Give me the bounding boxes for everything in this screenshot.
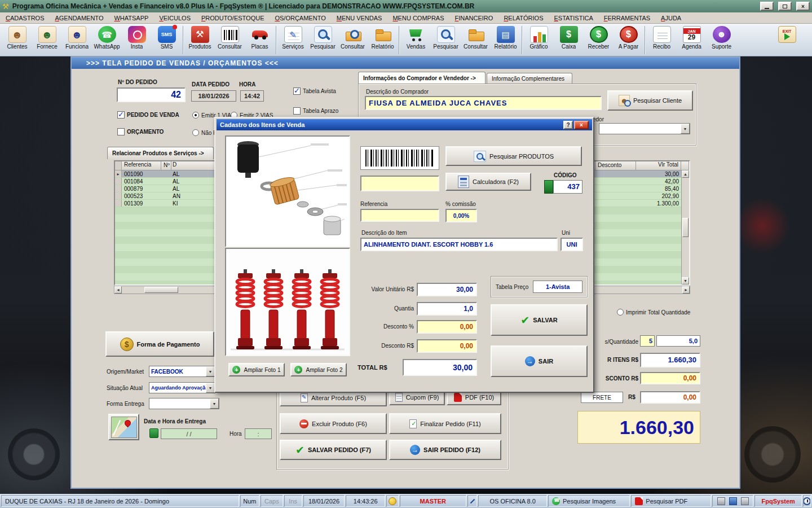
comprador-input[interactable]: FIUSA DE ALMEIDA JUCA CHAVES: [365, 96, 602, 110]
restore-button[interactable]: [778, 2, 792, 11]
toolbar-servicos[interactable]: ✎Serviços: [278, 25, 308, 50]
finalizar-pedido-button[interactable]: Finalizar Pedido (F11): [389, 413, 501, 434]
frete-field[interactable]: 0,00: [640, 391, 700, 404]
toolbar-funcionario[interactable]: ☻Funciona: [62, 25, 92, 50]
toolbar-instagram[interactable]: Insta: [122, 25, 152, 50]
tab-complementares[interactable]: Informação Complementares: [487, 73, 572, 84]
scrollbar-thumb[interactable]: [682, 218, 689, 237]
scroll-right-icon[interactable]: ►: [682, 286, 690, 294]
toolbar-consultar-barcode[interactable]: Consultar: [215, 25, 245, 50]
toolbar-clientes[interactable]: ☻Clientes: [2, 25, 32, 50]
col-vlr-total[interactable]: Vlr Total: [636, 161, 681, 170]
toolbar-consultar-servico[interactable]: Consultar: [338, 25, 368, 50]
toolbar-sms[interactable]: SMSSMS: [152, 25, 182, 50]
excluir-produto-button[interactable]: Excluir Produto (F6): [280, 413, 387, 434]
uni-field[interactable]: UNI: [561, 238, 583, 251]
col-numero[interactable]: Nº: [161, 161, 171, 170]
menu-ajuda[interactable]: AJUDA: [661, 15, 681, 21]
pesquisar-produtos-button[interactable]: Pesquisar PRODUTOS: [445, 146, 582, 166]
checkbox-orcamento[interactable]: ORÇAMENTO: [117, 128, 164, 135]
close-button[interactable]: ×: [796, 2, 810, 11]
scroll-left-icon[interactable]: ◄: [114, 286, 122, 294]
quantidade-field[interactable]: 5: [640, 335, 655, 347]
toolbar-vendas[interactable]: Vendas: [401, 25, 431, 50]
ampliar-foto1-button[interactable]: +Ampliar Foto 1: [228, 363, 285, 376]
numero-pedido-field[interactable]: 42: [117, 87, 186, 102]
referencia-input[interactable]: [360, 209, 439, 222]
chevron-down-icon[interactable]: ▼: [210, 398, 219, 409]
origem-combo[interactable]: FACEBOOK▼: [149, 366, 215, 377]
toolbar-sair[interactable]: EXIT: [772, 25, 802, 43]
menu-financeiro[interactable]: FINANCEIRO: [455, 15, 493, 21]
toolbar-grafico[interactable]: Gráfico: [524, 25, 554, 50]
checkbox-tabela-avista[interactable]: Tabela Avista: [293, 87, 336, 95]
chevron-down-icon[interactable]: ▼: [206, 383, 215, 393]
tab-comprador-vendedor[interactable]: Informações do Comprador e Vendedor ->: [358, 72, 486, 84]
toolbar-produtos[interactable]: ⚒Produtos: [185, 25, 215, 50]
menu-relatorios[interactable]: RELATÓRIOS: [504, 15, 543, 21]
toolbar-fornecedor[interactable]: ☻Fornece: [32, 25, 62, 50]
desconto-pct-field[interactable]: 0,00: [417, 320, 477, 334]
computer-icon[interactable]: [729, 497, 737, 505]
itens-total-field[interactable]: 1.660,30: [640, 353, 700, 367]
help-button[interactable]: ?: [563, 121, 573, 129]
valor-unitario-field[interactable]: 30,00: [417, 283, 477, 296]
situacao-combo[interactable]: Aguardando Aprovação▼: [149, 382, 215, 393]
data-pedido-field[interactable]: 18/01/2026: [191, 90, 236, 102]
menu-veiculos[interactable]: VEICULOS: [159, 15, 191, 21]
vendedor-combo[interactable]: ▼: [599, 123, 690, 134]
salvar-button[interactable]: ✔SALVAR: [491, 304, 588, 336]
tab-relacionar-produtos[interactable]: Relacionar Produtos e Serviços ->: [107, 147, 214, 159]
descricao-item-input[interactable]: ALINHAMENTO DIANT. ESCORT HOBBY 1.6: [360, 238, 558, 251]
radio-imprimir-total[interactable]: Imprimir Total Quantidade: [617, 309, 690, 316]
pesquisar-imagens-button[interactable]: Pesquisar Imagens: [548, 495, 630, 507]
data-entrega-field[interactable]: / /: [161, 428, 217, 439]
menu-vendas[interactable]: MENU VENDAS: [337, 15, 382, 21]
menu-whatsapp[interactable]: WHATSAPP: [114, 15, 148, 21]
toolbar-consultar-venda[interactable]: Consultar: [461, 25, 491, 50]
forma-entrega-combo[interactable]: ▼: [149, 398, 219, 409]
vertical-scrollbar[interactable]: ▲ ▼: [681, 170, 689, 284]
menu-ferramentas[interactable]: FERRAMENTAS: [604, 15, 650, 21]
toolbar-pesquisar-servico[interactable]: Pesquisar: [308, 25, 338, 50]
mapa-button[interactable]: [108, 414, 139, 440]
quantia-field[interactable]: 1,0: [417, 302, 477, 316]
col-referencia[interactable]: Referencia: [122, 161, 161, 170]
scroll-up-icon[interactable]: ▲: [682, 170, 689, 178]
scroll-down-icon[interactable]: ▼: [682, 277, 689, 284]
dialog-close-button[interactable]: ×: [574, 121, 589, 129]
total-field[interactable]: 30,00: [403, 359, 477, 376]
menu-os-orcamento[interactable]: OS/ORÇAMENTO: [275, 15, 325, 21]
frete-box[interactable]: FRETE: [581, 392, 623, 403]
comissao-field[interactable]: 0,00%: [445, 209, 477, 222]
toolbar-relatorio-servico[interactable]: Relatório: [368, 25, 398, 50]
toolbar-receber[interactable]: $Receber: [584, 25, 614, 50]
calculadora-button[interactable]: Calculadora (F2): [445, 173, 531, 191]
codigo-field[interactable]: 437: [544, 180, 582, 194]
toolbar-agenda[interactable]: JAN29Agenda: [677, 25, 707, 50]
toolbar-apagar[interactable]: $A Pagar: [614, 25, 643, 50]
scrollbar-thumb[interactable]: [144, 287, 178, 293]
toolbar-relatorio-venda[interactable]: ▤Relatório: [491, 25, 520, 50]
checkbox-pedido-venda[interactable]: PEDIDO DE VENDA: [117, 111, 179, 119]
radio-nao-r[interactable]: Não R: [192, 129, 217, 136]
salvar-pedido-button[interactable]: ✔SALVAR PEDIDO (F7): [280, 440, 387, 460]
menu-produto-estoque[interactable]: PRODUTO/ESTOQUE: [201, 15, 264, 21]
desconto-rs-field[interactable]: 0,00: [417, 339, 477, 353]
minimize-button[interactable]: [760, 2, 774, 11]
toolbar-recibo[interactable]: Recibo: [647, 25, 677, 50]
forma-pagamento-button[interactable]: $Forma de Pagamento: [105, 331, 214, 357]
date-picker-icon[interactable]: [149, 428, 158, 438]
menu-estatistica[interactable]: ESTATISTICA: [554, 15, 593, 21]
toolbar-whatsapp[interactable]: ☎WhatsApp: [92, 25, 122, 50]
ampliar-foto2-button[interactable]: +Ampliar Foto 2: [290, 363, 347, 376]
sair-pedido-button[interactable]: →SAIR PEDIDO (F12): [389, 440, 501, 460]
desconto-field[interactable]: 0,00: [640, 372, 700, 384]
menu-compras[interactable]: MENU COMPRAS: [392, 15, 444, 21]
barcode-input[interactable]: [360, 176, 439, 191]
quantidade-soma-field[interactable]: 5,0: [656, 335, 700, 347]
col-desconto[interactable]: Desconto: [595, 161, 636, 170]
toolbar-suporte[interactable]: ☻Suporte: [707, 25, 736, 50]
menu-agendamento[interactable]: AGENDAMENTO: [55, 15, 103, 21]
pesquisar-pdf-button[interactable]: Pesquisar PDF: [631, 495, 710, 507]
